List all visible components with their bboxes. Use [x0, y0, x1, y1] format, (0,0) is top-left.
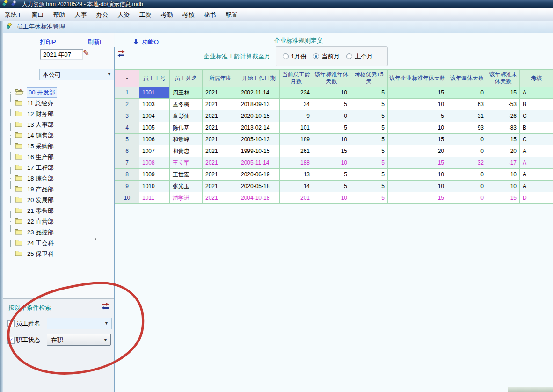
cell-grade[interactable]: D: [520, 192, 553, 204]
radio-option-当前月[interactable]: 当前月: [313, 52, 340, 61]
column-header[interactable]: -: [115, 70, 139, 87]
cell-id[interactable]: 1008: [139, 157, 170, 169]
cell-bonus[interactable]: 5: [350, 192, 388, 204]
cell-std[interactable]: 10: [313, 192, 350, 204]
radio-option-1月份[interactable]: 1月份: [283, 52, 306, 61]
cell-months[interactable]: 201: [280, 192, 313, 204]
tree-item-19[interactable]: 19 产品部: [5, 184, 112, 195]
row-number-cell[interactable]: 1: [115, 87, 139, 99]
cell-year[interactable]: 2021: [203, 145, 238, 157]
tree-item-22[interactable]: 22 直营部: [5, 216, 112, 227]
cell-id[interactable]: 1006: [139, 134, 170, 145]
tree-item-14[interactable]: 14 销售部: [5, 130, 112, 141]
table-row[interactable]: 21003孟冬梅20212018-09-1334551063-53B: [115, 99, 553, 110]
cell-std[interactable]: 10: [313, 134, 350, 145]
cell-grade[interactable]: C: [520, 110, 553, 122]
cell-company_std[interactable]: 10: [388, 181, 447, 192]
cell-year[interactable]: 2021: [203, 157, 238, 169]
tree-item-16[interactable]: 16 生产部: [5, 152, 112, 162]
cell-adjust[interactable]: 0: [447, 145, 487, 157]
radio-option-上个月[interactable]: 上个月: [346, 52, 373, 61]
cell-company_std[interactable]: 10: [388, 99, 447, 110]
tree-item-23[interactable]: 23 品控部: [5, 227, 112, 238]
cell-id[interactable]: 1007: [139, 145, 170, 157]
cell-start[interactable]: 2020-06-19: [238, 169, 280, 181]
menu-item[interactable]: 帮助: [49, 9, 70, 21]
cell-adjust[interactable]: 0: [447, 87, 487, 99]
cell-months[interactable]: 224: [280, 87, 313, 99]
table-row[interactable]: 61007和贵忠20211999-10-1526115520020A: [115, 145, 553, 157]
cell-std[interactable]: 5: [313, 99, 350, 110]
cell-id[interactable]: 1001: [139, 87, 170, 99]
table-row[interactable]: 91010张光玉20212020-05-18145510010A: [115, 181, 553, 192]
cell-start[interactable]: 2005-11-14: [238, 157, 280, 169]
cell-company_std[interactable]: 5: [388, 110, 447, 122]
column-header[interactable]: 当前总工龄月数: [280, 70, 313, 87]
cell-start[interactable]: 2002-11-14: [238, 87, 280, 99]
cell-year[interactable]: 2021: [203, 87, 238, 99]
cell-company_std[interactable]: 15: [388, 192, 447, 204]
company-select[interactable]: 本公司 ▼: [39, 69, 114, 80]
cell-unused[interactable]: 20: [487, 145, 520, 157]
cell-name[interactable]: 王立军: [170, 157, 203, 169]
cell-unused[interactable]: 15: [487, 134, 520, 145]
cell-name[interactable]: 童彭仙: [170, 110, 203, 122]
table-row[interactable]: 81009王世宏20212020-06-19135510010A: [115, 169, 553, 181]
cell-start[interactable]: 2004-10-18: [238, 192, 280, 204]
cell-name[interactable]: 陈伟基: [170, 122, 203, 134]
row-number-cell[interactable]: 8: [115, 169, 139, 181]
row-number-cell[interactable]: 7: [115, 157, 139, 169]
cell-company_std[interactable]: 15: [388, 134, 447, 145]
cell-adjust[interactable]: 63: [447, 99, 487, 110]
cell-id[interactable]: 1003: [139, 99, 170, 110]
column-header[interactable]: 所属年度: [203, 70, 238, 87]
cell-months[interactable]: 34: [280, 99, 313, 110]
tree-item-24[interactable]: 24 工会科: [5, 238, 112, 248]
cell-year[interactable]: 2021: [203, 169, 238, 181]
cell-grade[interactable]: B: [520, 122, 553, 134]
menu-item[interactable]: 办公: [92, 9, 113, 21]
filter-select-status[interactable]: 在职▼: [47, 334, 111, 346]
radio-icon[interactable]: [283, 53, 289, 59]
cell-name[interactable]: 孟冬梅: [170, 99, 203, 110]
cell-std[interactable]: 15: [313, 145, 350, 157]
tree-item-17[interactable]: 17 工程部: [5, 162, 112, 173]
row-number-cell[interactable]: 9: [115, 181, 139, 192]
cell-bonus[interactable]: 5: [350, 87, 388, 99]
row-number-cell[interactable]: 3: [115, 110, 139, 122]
cell-unused[interactable]: 10: [487, 181, 520, 192]
cell-name[interactable]: 和贵峰: [170, 134, 203, 145]
cell-grade[interactable]: A: [520, 169, 553, 181]
cell-id[interactable]: 1009: [139, 169, 170, 181]
cell-grade[interactable]: B: [520, 99, 553, 110]
cell-adjust[interactable]: 0: [447, 192, 487, 204]
cell-company_std[interactable]: 10: [388, 122, 447, 134]
cell-name[interactable]: 张光玉: [170, 181, 203, 192]
cell-grade[interactable]: C: [520, 134, 553, 145]
menu-item[interactable]: 配置: [221, 9, 242, 21]
cell-grade[interactable]: A: [520, 145, 553, 157]
row-number-cell[interactable]: 2: [115, 99, 139, 110]
column-header[interactable]: 员工工号: [139, 70, 170, 87]
swap-arrows-icon[interactable]: [117, 50, 125, 59]
cell-id[interactable]: 1011: [139, 192, 170, 204]
menu-item[interactable]: 工资: [135, 9, 156, 21]
cell-std[interactable]: 5: [313, 122, 350, 134]
cell-name[interactable]: 和贵忠: [170, 145, 203, 157]
cell-bonus[interactable]: 5: [350, 169, 388, 181]
filter-select-name[interactable]: ▼: [47, 318, 112, 329]
refresh-button[interactable]: 刷新F: [87, 38, 103, 46]
cell-std[interactable]: 0: [313, 110, 350, 122]
cell-name[interactable]: 周玉林: [170, 87, 203, 99]
cell-year[interactable]: 2021: [203, 110, 238, 122]
menu-item[interactable]: 窗口: [27, 9, 49, 21]
table-row[interactable]: 51006和贵峰20212005-10-1318910515015C: [115, 134, 553, 145]
tree-item-21[interactable]: 21 零售部: [5, 205, 112, 216]
cell-unused[interactable]: -17: [487, 157, 520, 169]
cell-bonus[interactable]: 5: [350, 134, 388, 145]
menu-item[interactable]: 秘书: [199, 9, 221, 21]
table-row[interactable]: 41005陈伟基20212013-02-14101551093-83B: [115, 122, 553, 134]
cell-adjust[interactable]: 32: [447, 157, 487, 169]
cell-adjust[interactable]: 0: [447, 134, 487, 145]
cell-unused[interactable]: 15: [487, 192, 520, 204]
